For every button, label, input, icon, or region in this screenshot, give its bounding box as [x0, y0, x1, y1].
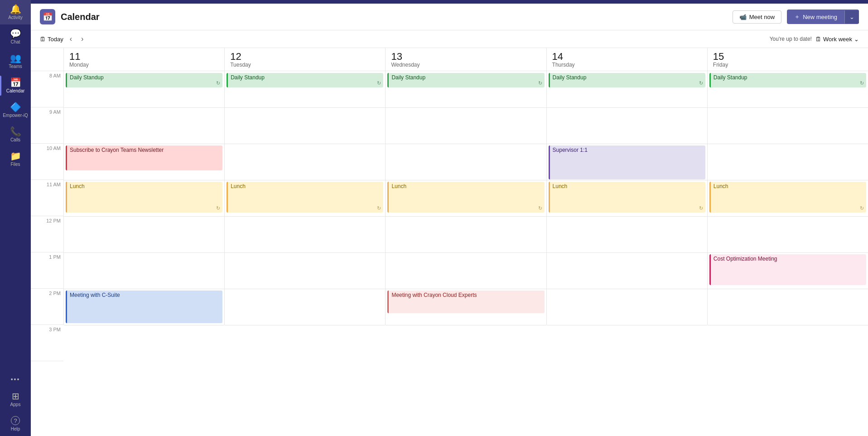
calendar-icon-symbol: 📅: [43, 12, 53, 22]
calendar-icon: 📅: [10, 78, 21, 87]
sidebar-item-help[interactable]: ? Help: [0, 412, 31, 436]
sidebar-item-chat[interactable]: 💬 Chat: [0, 24, 31, 49]
event-supervisor-thu[interactable]: Supervisor 1:1: [549, 145, 705, 179]
event-title: Daily Standup: [391, 74, 425, 81]
event-daily-standup-tue[interactable]: Daily Standup ↻: [227, 73, 383, 87]
sidebar-item-empower-iq[interactable]: 🔷 Empower-iQ: [0, 98, 31, 122]
more-icon: •••: [11, 376, 20, 383]
day-num-fri: 15: [713, 52, 863, 62]
day-name-mon: Monday: [69, 62, 219, 68]
time-3pm: 3 PM: [31, 325, 63, 361]
new-meeting-main[interactable]: ＋ New meeting: [787, 10, 844, 24]
time-gutter-header: [31, 48, 63, 71]
today-button[interactable]: 🗓 Today: [40, 36, 63, 43]
sidebar-item-label: Apps: [10, 402, 21, 407]
calendar-view-icon: 🗓: [815, 36, 821, 43]
teams-icon: 👥: [10, 53, 21, 63]
topbar: [31, 0, 868, 4]
new-meeting-button[interactable]: ＋ New meeting ⌄: [787, 10, 859, 24]
day-headers: 11 Monday 12 Tuesday 13 Wednesday 14 Thu…: [31, 48, 868, 71]
sidebar-item-calendar[interactable]: 📅 Calendar: [0, 73, 31, 98]
event-title: Daily Standup: [70, 74, 104, 81]
up-to-date-label: You're up to date!: [770, 36, 812, 42]
event-lunch-tue[interactable]: Lunch ↻: [227, 182, 383, 213]
day-header-fri: 15 Friday: [707, 48, 868, 71]
work-week-label: Work week: [823, 36, 852, 43]
event-title: Lunch: [391, 183, 406, 189]
event-subscribe-mon[interactable]: Subscribe to Crayon Teams Newsletter: [66, 145, 222, 170]
sidebar-item-calls[interactable]: 📞 Calls: [0, 122, 31, 147]
sidebar-item-label: Calendar: [6, 88, 25, 93]
event-title: Supervisor 1:1: [553, 147, 588, 153]
day-header-mon: 11 Monday: [63, 48, 224, 71]
files-icon: 📁: [10, 151, 21, 160]
event-daily-standup-mon[interactable]: Daily Standup ↻: [66, 73, 222, 87]
day-col-wed[interactable]: Daily Standup ↻ Lunch ↻ Meeting with Cra…: [385, 71, 546, 325]
sidebar-item-label: Teams: [9, 64, 22, 69]
event-lunch-thu[interactable]: Lunch ↻: [549, 182, 705, 213]
time-9am: 9 AM: [31, 107, 63, 144]
plus-icon: ＋: [794, 13, 800, 21]
day-num-tue: 12: [230, 52, 380, 62]
calendar-small-icon: 🗓: [40, 36, 46, 43]
event-title: Lunch: [70, 183, 85, 189]
activity-icon: 🔔: [10, 5, 21, 14]
recur-icon: ↻: [699, 80, 703, 86]
day-col-mon[interactable]: Daily Standup ↻ Subscribe to Crayon Team…: [63, 71, 224, 325]
day-col-tue[interactable]: Daily Standup ↻ Lunch ↻: [224, 71, 385, 325]
event-cost-opt-fri[interactable]: Cost Optimization Meeting: [709, 254, 866, 285]
time-8am: 8 AM: [31, 71, 63, 107]
event-daily-standup-thu[interactable]: Daily Standup ↻: [549, 73, 705, 87]
sidebar-item-activity[interactable]: 🔔 Activity: [0, 0, 31, 24]
event-csuite-mon[interactable]: Meeting with C-Suite: [66, 291, 222, 323]
time-12pm: 12 PM: [31, 216, 63, 252]
main-content: 📅 Calendar 📹 Meet now ＋ New meeting ⌄ 🗓 …: [31, 0, 868, 436]
new-meeting-label: New meeting: [803, 14, 837, 20]
time-grid: 8 AM 9 AM 10 AM 11 AM 12 PM 1 PM 2 PM 3 …: [31, 71, 868, 436]
sidebar-item-apps[interactable]: ⊞ Apps: [0, 387, 31, 412]
event-title: Lunch: [714, 183, 728, 189]
event-title: Lunch: [231, 183, 246, 189]
new-meeting-caret[interactable]: ⌄: [844, 10, 859, 24]
event-lunch-mon[interactable]: Lunch ↻: [66, 182, 222, 213]
recur-icon: ↻: [377, 80, 381, 86]
calendar-title-icon: 📅: [40, 9, 55, 24]
recur-icon: ↻: [377, 205, 381, 211]
event-title: Cost Optimization Meeting: [714, 256, 777, 262]
event-crayon-cloud-wed[interactable]: Meeting with Crayon Cloud Experts: [387, 291, 544, 313]
prev-button[interactable]: ‹: [67, 34, 75, 44]
day-col-fri[interactable]: Daily Standup ↻ Lunch ↻ Cost Optimizatio…: [707, 71, 868, 325]
event-lunch-fri[interactable]: Lunch ↻: [709, 182, 866, 213]
sidebar-item-files[interactable]: 📁 Files: [0, 147, 31, 171]
day-header-thu: 14 Thursday: [546, 48, 707, 71]
chevron-down-icon: ⌄: [854, 36, 859, 43]
sidebar-item-label: Activity: [8, 15, 23, 20]
event-daily-standup-fri[interactable]: Daily Standup ↻: [709, 73, 866, 87]
sidebar-item-teams[interactable]: 👥 Teams: [0, 49, 31, 73]
time-1pm: 1 PM: [31, 252, 63, 289]
day-name-tue: Tuesday: [230, 62, 380, 68]
time-2pm: 2 PM: [31, 289, 63, 325]
next-button[interactable]: ›: [78, 34, 86, 44]
sidebar-item-label: Calls: [10, 137, 20, 142]
recur-icon: ↻: [860, 80, 864, 86]
meet-now-button[interactable]: 📹 Meet now: [733, 10, 781, 24]
event-daily-standup-wed[interactable]: Daily Standup ↻: [387, 73, 544, 87]
calendar-header: 📅 Calendar 📹 Meet now ＋ New meeting ⌄: [31, 4, 868, 30]
event-title: Daily Standup: [553, 74, 587, 81]
event-title: Meeting with Crayon Cloud Experts: [391, 292, 477, 298]
day-header-wed: 13 Wednesday: [385, 48, 546, 71]
time-10am: 10 AM: [31, 144, 63, 180]
recur-icon: ↻: [538, 80, 542, 86]
sidebar-item-more[interactable]: •••: [0, 372, 31, 387]
camera-icon: 📹: [739, 14, 747, 20]
sidebar-item-label: Files: [10, 162, 20, 167]
work-week-button[interactable]: 🗓 Work week ⌄: [815, 36, 859, 43]
day-col-thu[interactable]: Daily Standup ↻ Supervisor 1:1 Lunch ↻: [546, 71, 707, 325]
day-name-wed: Wednesday: [391, 62, 540, 68]
recur-icon: ↻: [538, 205, 542, 211]
day-num-wed: 13: [391, 52, 540, 62]
chat-icon: 💬: [10, 29, 21, 38]
recur-icon: ↻: [216, 80, 220, 86]
event-lunch-wed[interactable]: Lunch ↻: [387, 182, 544, 213]
